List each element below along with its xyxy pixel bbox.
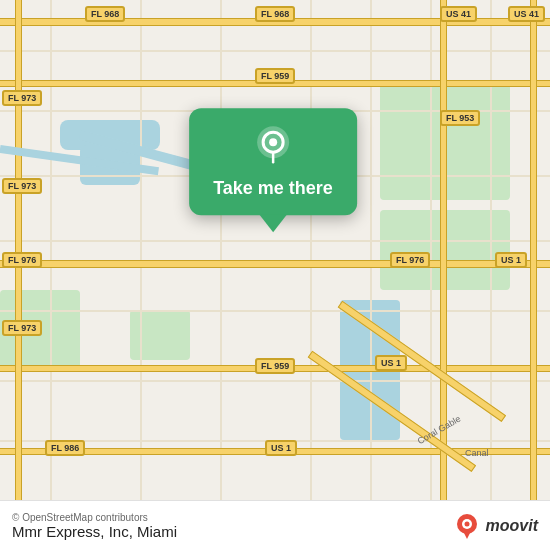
highway-fl976 — [0, 260, 550, 268]
popup-label: Take me there — [213, 178, 333, 199]
road-label-fl968-2: FL 968 — [255, 6, 295, 22]
highway-us1-v — [440, 0, 447, 550]
map-container: FL 968 FL 968 US 41 US 41 FL 959 FL 953 … — [0, 0, 550, 550]
green-area-4 — [130, 310, 190, 360]
svg-point-2 — [269, 138, 277, 146]
road-label-us41-1: US 41 — [440, 6, 477, 22]
road-label-us1-2: US 1 — [375, 355, 407, 371]
bottom-left: © OpenStreetMap contributors Mmr Express… — [12, 512, 177, 540]
road-h-4 — [0, 240, 550, 242]
road-label-us1-3: US 1 — [265, 440, 297, 456]
location-pin-icon — [251, 124, 295, 168]
road-label-fl968-1: FL 968 — [85, 6, 125, 22]
popup-box[interactable]: Take me there — [189, 108, 357, 215]
osm-credit: © OpenStreetMap contributors — [12, 512, 177, 523]
moovit-text: moovit — [486, 517, 538, 535]
road-h-1 — [0, 50, 550, 52]
road-h-6 — [0, 380, 550, 382]
location-name: Mmr Express, Inc, Miami — [12, 523, 177, 540]
highway-fl973-v1 — [15, 0, 22, 550]
highway-us41-v — [530, 0, 537, 550]
road-label-fl976: FL 976 — [2, 252, 42, 268]
road-label-fl973-1: FL 973 — [2, 90, 42, 106]
svg-point-7 — [464, 521, 469, 526]
road-label-fl959: FL 959 — [255, 68, 295, 84]
popup-tail — [259, 214, 287, 232]
road-h-5 — [0, 310, 550, 312]
road-label-fl986: FL 986 — [45, 440, 85, 456]
map-popup[interactable]: Take me there — [189, 108, 357, 232]
road-label-fl973-3: FL 973 — [2, 320, 42, 336]
bottom-bar: © OpenStreetMap contributors Mmr Express… — [0, 500, 550, 550]
road-label-us41-2: US 41 — [508, 6, 545, 22]
road-label-fl959-s: FL 959 — [255, 358, 295, 374]
canal-label: Canal — [465, 448, 489, 458]
moovit-pin-icon — [452, 511, 482, 541]
road-label-fl976-2: FL 976 — [390, 252, 430, 268]
road-label-us1-1: US 1 — [495, 252, 527, 268]
moovit-logo: moovit — [452, 511, 538, 541]
road-label-fl973-2: FL 973 — [2, 178, 42, 194]
road-label-fl953: FL 953 — [440, 110, 480, 126]
